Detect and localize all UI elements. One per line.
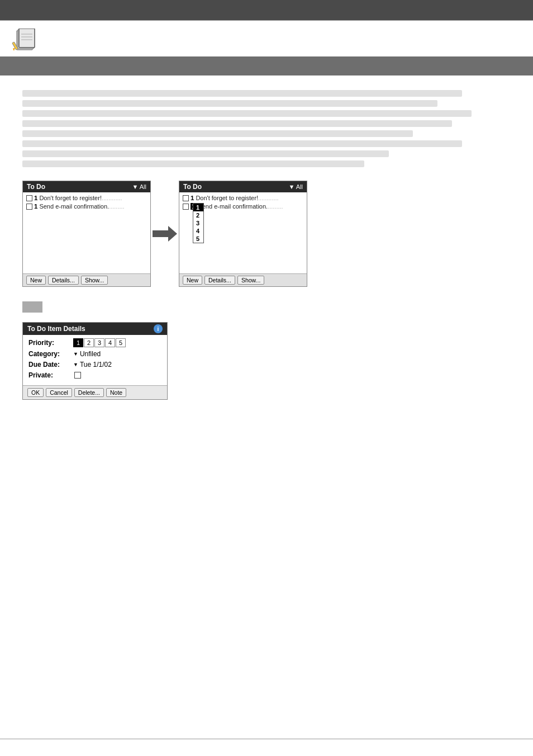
- info-icon: i: [154, 324, 163, 333]
- right-todo-item-1: 1 Don't forget to register!............: [183, 195, 303, 201]
- priority-option-3[interactable]: 3: [193, 219, 203, 227]
- private-row: Private:: [28, 371, 161, 379]
- ok-button[interactable]: OK: [27, 388, 44, 397]
- bottom-line: [0, 739, 533, 739]
- left-todo-title: To Do: [27, 183, 45, 191]
- svg-marker-7: [13, 48, 15, 51]
- due-date-dropdown-arrow[interactable]: ▼: [73, 362, 78, 367]
- priority-row: Priority: 1 2 3 4 5: [28, 338, 161, 347]
- right-todo-widget: To Do ▼ All 1 Don't forget to register!.…: [179, 181, 307, 287]
- right-todo-items: 1 Don't forget to register!............ …: [179, 192, 307, 229]
- priority-option-1[interactable]: 1: [193, 204, 203, 211]
- due-date-row: Due Date: ▼ Tue 1/1/02: [28, 361, 161, 368]
- right-details-button[interactable]: Details...: [204, 276, 235, 285]
- right-text-1: Don't forget to register!............: [196, 195, 278, 201]
- priority-box-5[interactable]: 5: [116, 338, 126, 347]
- left-todo-item-2: 1 Send e-mail confirmation..........: [26, 203, 147, 210]
- priority-box-4[interactable]: 4: [105, 338, 115, 347]
- priority-label: Priority:: [28, 339, 73, 347]
- paragraph-8: [22, 160, 364, 167]
- right-all-button[interactable]: ▼ All: [288, 183, 303, 190]
- paragraph-7: [22, 150, 389, 157]
- priority-boxes[interactable]: 1 2 3 4 5: [73, 338, 126, 347]
- right-checkbox-2[interactable]: [183, 204, 189, 210]
- paragraph-1: [22, 90, 462, 97]
- step-indicator: [22, 301, 42, 313]
- arrow-right: [151, 226, 179, 242]
- right-priority-1: 1: [191, 195, 194, 201]
- header-bar: [0, 0, 533, 20]
- right-todo-title-bar: To Do ▼ All: [179, 181, 307, 192]
- paragraph-6: [22, 140, 462, 147]
- priority-dropdown-popup[interactable]: 1 2 3 4 5: [193, 203, 204, 243]
- paragraph-2: [22, 100, 437, 107]
- paragraph-3: [22, 110, 472, 117]
- priority-option-5[interactable]: 5: [193, 235, 203, 243]
- details-title-bar: To Do Item Details i: [23, 323, 167, 335]
- paragraph-5: [22, 130, 413, 137]
- category-row: Category: ▼ Unfiled: [28, 350, 161, 358]
- left-checkbox-2[interactable]: [26, 204, 32, 210]
- category-dropdown-arrow[interactable]: ▼: [73, 351, 78, 357]
- diagram-area: To Do ▼ All 1 Don't forget to register!.…: [22, 181, 511, 287]
- content-area: To Do ▼ All 1 Don't forget to register!.…: [0, 84, 533, 411]
- priority-box-1[interactable]: 1: [73, 338, 83, 347]
- left-todo-title-bar: To Do ▼ All: [23, 181, 150, 192]
- details-body: Priority: 1 2 3 4 5 Category: ▼ Unfiled …: [23, 335, 167, 385]
- left-todo-item-1: 1 Don't forget to register!............: [26, 195, 147, 201]
- category-value: Unfiled: [80, 350, 101, 358]
- left-todo-items: 1 Don't forget to register!............ …: [23, 192, 150, 244]
- right-checkbox-1[interactable]: [183, 195, 189, 201]
- details-title: To Do Item Details: [27, 325, 85, 333]
- left-details-button[interactable]: Details...: [48, 276, 79, 285]
- note-button[interactable]: Note: [106, 388, 126, 397]
- right-show-button[interactable]: Show...: [237, 276, 264, 285]
- private-checkbox[interactable]: [74, 372, 81, 379]
- cancel-button[interactable]: Cancel: [46, 388, 72, 397]
- priority-box-3[interactable]: 3: [94, 338, 104, 347]
- priority-option-2[interactable]: 2: [193, 211, 203, 219]
- priority-box-2[interactable]: 2: [84, 338, 94, 347]
- notebook-icon: [11, 29, 38, 51]
- right-new-button[interactable]: New: [183, 276, 202, 285]
- top-icon-area: [0, 21, 533, 56]
- right-todo-bottom-bar: New Details... Show...: [179, 273, 307, 286]
- delete-button[interactable]: Delete...: [74, 388, 104, 397]
- details-bottom-bar: OK Cancel Delete... Note: [23, 385, 167, 399]
- details-panel: To Do Item Details i Priority: 1 2 3 4 5…: [22, 322, 168, 400]
- left-text-2: Send e-mail confirmation..........: [39, 203, 124, 210]
- left-todo-widget: To Do ▼ All 1 Don't forget to register!.…: [22, 181, 151, 287]
- left-checkbox-1[interactable]: [26, 195, 32, 201]
- left-todo-bottom-bar: New Details... Show...: [23, 273, 150, 286]
- category-label: Category:: [28, 350, 73, 358]
- paragraph-4: [22, 120, 452, 127]
- left-priority-2: 1: [34, 203, 37, 210]
- svg-rect-2: [19, 29, 35, 48]
- private-label: Private:: [28, 371, 73, 379]
- due-date-label: Due Date:: [28, 361, 73, 368]
- priority-option-4[interactable]: 4: [193, 227, 203, 235]
- right-todo-item-2: 1 Send e-mail confirmation.......... 1 2…: [183, 203, 303, 210]
- left-text-1: Don't forget to register!............: [39, 195, 122, 201]
- section-bar: [0, 56, 533, 75]
- left-new-button[interactable]: New: [26, 276, 46, 285]
- left-priority-1: 1: [34, 195, 37, 201]
- svg-marker-8: [153, 226, 177, 242]
- left-all-button[interactable]: ▼ All: [132, 183, 146, 190]
- left-show-button[interactable]: Show...: [81, 276, 108, 285]
- right-todo-title: To Do: [183, 183, 202, 191]
- due-date-value: Tue 1/1/02: [80, 361, 112, 368]
- right-text-2: Send e-mail confirmation..........: [198, 203, 283, 210]
